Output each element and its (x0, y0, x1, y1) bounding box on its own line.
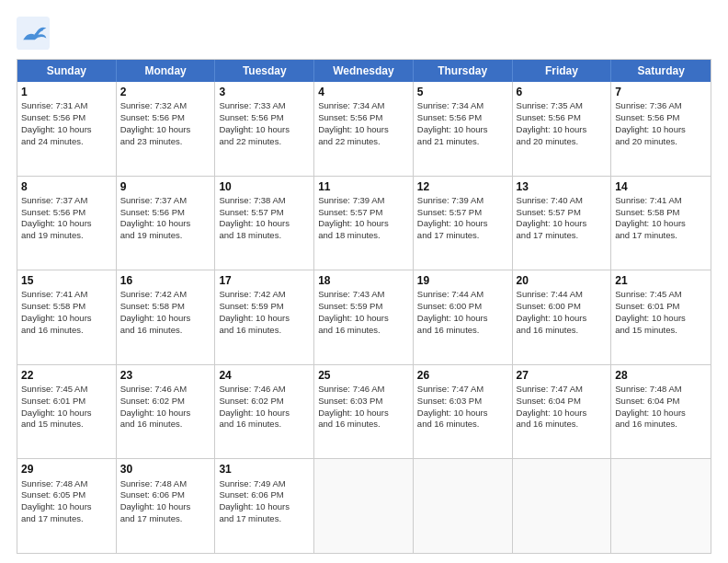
day-info: Sunrise: 7:41 AM (615, 195, 707, 207)
calendar-cell: 12Sunrise: 7:39 AMSunset: 5:57 PMDayligh… (414, 177, 513, 270)
day-info: and 16 minutes. (318, 325, 409, 337)
day-info: Sunset: 6:00 PM (517, 301, 608, 313)
calendar-row-3: 15Sunrise: 7:41 AMSunset: 5:58 PMDayligh… (17, 270, 711, 364)
day-number: 8 (21, 179, 112, 194)
day-info: Daylight: 10 hours (120, 218, 211, 230)
day-info: Daylight: 10 hours (615, 408, 707, 419)
day-number: 18 (318, 273, 409, 288)
day-number: 29 (21, 462, 112, 477)
day-info: and 17 minutes. (417, 230, 508, 242)
day-info: and 17 minutes. (517, 230, 608, 242)
header-monday: Monday (117, 60, 216, 82)
day-info: Sunrise: 7:42 AM (219, 289, 310, 301)
day-info: Sunrise: 7:44 AM (517, 289, 608, 301)
calendar-cell: 18Sunrise: 7:43 AMSunset: 5:59 PMDayligh… (314, 270, 414, 364)
day-info: and 15 minutes. (21, 419, 112, 431)
day-number: 24 (219, 368, 310, 383)
day-info: Sunrise: 7:41 AM (21, 289, 112, 301)
day-info: Daylight: 10 hours (517, 218, 608, 230)
day-info: Sunrise: 7:43 AM (318, 289, 409, 301)
header-tuesday: Tuesday (215, 60, 314, 82)
day-info: Daylight: 10 hours (21, 218, 112, 230)
day-info: and 22 minutes. (219, 136, 310, 148)
calendar-cell (314, 459, 414, 553)
day-info: Sunset: 5:58 PM (615, 207, 707, 219)
calendar-cell: 7Sunrise: 7:36 AMSunset: 5:56 PMDaylight… (611, 82, 711, 176)
day-info: Sunrise: 7:47 AM (417, 384, 508, 396)
header-thursday: Thursday (414, 60, 513, 82)
day-info: and 20 minutes. (615, 136, 707, 148)
day-info: Sunrise: 7:39 AM (417, 195, 508, 207)
day-number: 19 (417, 273, 508, 288)
day-info: and 16 minutes. (120, 419, 211, 431)
calendar-cell: 28Sunrise: 7:48 AMSunset: 6:04 PMDayligh… (611, 365, 711, 459)
calendar-cell: 9Sunrise: 7:37 AMSunset: 5:56 PMDaylight… (117, 177, 216, 270)
day-number: 1 (21, 85, 112, 99)
day-info: Sunset: 5:57 PM (318, 207, 409, 219)
calendar-cell: 21Sunrise: 7:45 AMSunset: 6:01 PMDayligh… (611, 270, 711, 364)
day-info: and 16 minutes. (219, 419, 310, 431)
day-info: Daylight: 10 hours (517, 124, 608, 136)
day-info: Sunrise: 7:39 AM (318, 195, 409, 207)
day-info: and 16 minutes. (417, 419, 508, 431)
calendar-cell (414, 459, 513, 553)
calendar-cell: 20Sunrise: 7:44 AMSunset: 6:00 PMDayligh… (513, 270, 612, 364)
calendar-cell: 29Sunrise: 7:48 AMSunset: 6:05 PMDayligh… (17, 459, 117, 553)
day-info: and 17 minutes. (219, 513, 310, 525)
page: Sunday Monday Tuesday Wednesday Thursday… (0, 0, 728, 563)
day-info: Sunrise: 7:48 AM (615, 384, 707, 396)
day-info: and 24 minutes. (21, 136, 112, 148)
calendar-cell: 2Sunrise: 7:32 AMSunset: 5:56 PMDaylight… (117, 82, 216, 176)
day-info: Sunset: 5:57 PM (517, 207, 608, 219)
day-info: Sunrise: 7:37 AM (120, 195, 211, 207)
day-info: Sunset: 6:01 PM (21, 396, 112, 408)
day-info: and 17 minutes. (615, 230, 707, 242)
day-info: and 20 minutes. (517, 136, 608, 148)
day-info: Sunrise: 7:36 AM (615, 100, 707, 112)
header-friday: Friday (513, 60, 612, 82)
day-info: Sunset: 6:01 PM (615, 301, 707, 313)
day-number: 12 (417, 179, 508, 194)
day-info: Daylight: 10 hours (318, 218, 409, 230)
day-info: and 16 minutes. (517, 325, 608, 337)
day-info: Sunset: 6:06 PM (219, 489, 310, 501)
day-number: 5 (417, 85, 508, 99)
calendar-body: 1Sunrise: 7:31 AMSunset: 5:56 PMDaylight… (17, 82, 711, 553)
day-info: Daylight: 10 hours (417, 124, 508, 136)
day-number: 13 (517, 179, 608, 194)
day-info: Sunrise: 7:44 AM (417, 289, 508, 301)
day-number: 2 (120, 85, 211, 99)
day-number: 17 (219, 273, 310, 288)
day-number: 16 (120, 273, 211, 288)
day-info: Sunset: 6:05 PM (21, 489, 112, 501)
calendar-cell: 4Sunrise: 7:34 AMSunset: 5:56 PMDaylight… (314, 82, 414, 176)
day-info: Sunset: 6:04 PM (517, 396, 608, 408)
day-info: and 18 minutes. (219, 230, 310, 242)
day-info: Daylight: 10 hours (21, 501, 112, 513)
day-info: and 16 minutes. (615, 419, 707, 431)
day-info: Daylight: 10 hours (21, 313, 112, 325)
day-info: Sunset: 5:57 PM (219, 207, 310, 219)
day-info: Sunrise: 7:48 AM (21, 478, 112, 490)
day-number: 14 (615, 179, 707, 194)
day-info: Daylight: 10 hours (219, 218, 310, 230)
calendar-cell: 30Sunrise: 7:48 AMSunset: 6:06 PMDayligh… (117, 459, 216, 553)
day-info: Sunset: 5:56 PM (417, 112, 508, 124)
day-info: Sunset: 5:56 PM (21, 207, 112, 219)
day-info: Daylight: 10 hours (120, 501, 211, 513)
day-info: Sunrise: 7:49 AM (219, 478, 310, 490)
day-number: 3 (219, 85, 310, 99)
calendar: Sunday Monday Tuesday Wednesday Thursday… (17, 59, 711, 554)
day-number: 25 (318, 368, 409, 383)
header-sunday: Sunday (17, 60, 117, 82)
day-info: Daylight: 10 hours (120, 408, 211, 419)
day-info: Sunset: 5:56 PM (21, 112, 112, 124)
day-info: Sunset: 5:58 PM (21, 301, 112, 313)
day-info: Sunrise: 7:48 AM (120, 478, 211, 490)
day-info: Sunset: 5:56 PM (517, 112, 608, 124)
calendar-cell: 23Sunrise: 7:46 AMSunset: 6:02 PMDayligh… (117, 365, 216, 459)
logo-icon (17, 17, 50, 50)
calendar-cell: 24Sunrise: 7:46 AMSunset: 6:02 PMDayligh… (215, 365, 314, 459)
day-number: 7 (615, 85, 707, 99)
day-number: 10 (219, 179, 310, 194)
